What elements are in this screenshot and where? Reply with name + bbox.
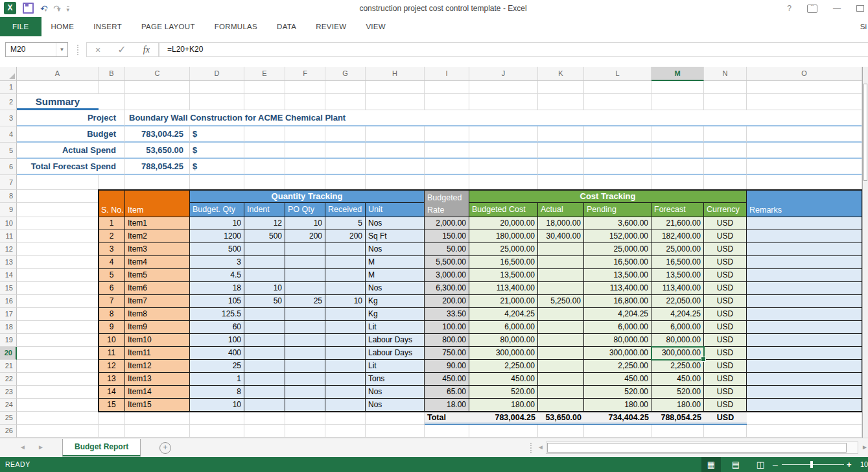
cell-K23[interactable] <box>538 386 584 399</box>
cell-C11[interactable]: Item2 <box>125 230 190 243</box>
cell-M20[interactable]: 300,000.00 <box>651 347 704 360</box>
cell-K7[interactable] <box>538 175 584 190</box>
cell-B12[interactable]: 3 <box>99 243 125 256</box>
cell-I10[interactable]: 2,000.00 <box>425 217 469 230</box>
cell-M19[interactable]: 80,000.00 <box>651 334 704 347</box>
cell-C13[interactable]: Item4 <box>125 256 190 269</box>
cell-F14[interactable] <box>285 269 325 282</box>
cell-O17[interactable] <box>747 308 862 321</box>
cell-O23[interactable] <box>747 386 862 399</box>
cell-F4[interactable] <box>285 126 325 143</box>
cell-M11[interactable]: 182,400.00 <box>651 230 704 243</box>
column-header-G[interactable]: G <box>325 67 366 80</box>
cell-J26[interactable] <box>469 425 538 438</box>
cell-J17[interactable]: 4,204.25 <box>469 308 538 321</box>
row-header-10[interactable]: 10 <box>0 217 17 230</box>
ribbon-display-options-icon[interactable]: ˆ <box>807 5 817 13</box>
cell-I14[interactable]: 3,000.00 <box>425 269 469 282</box>
name-box[interactable]: M20 ▼ <box>5 42 68 57</box>
cell-C15[interactable]: Item6 <box>125 282 190 295</box>
cell-L26[interactable] <box>584 425 651 438</box>
cell-A13[interactable] <box>17 256 99 269</box>
normal-view-icon[interactable]: ▦ <box>701 457 721 472</box>
column-header-J[interactable]: J <box>469 67 538 80</box>
ribbon-tab-view[interactable]: VIEW <box>356 17 395 36</box>
cell-H12[interactable]: Nos <box>366 243 425 256</box>
cell-J19[interactable]: 80,000.00 <box>469 334 538 347</box>
cell-D1[interactable] <box>190 81 244 94</box>
cell-I22[interactable]: 450.00 <box>425 373 469 386</box>
cell-E1[interactable] <box>244 81 285 94</box>
cell-B19[interactable]: 10 <box>99 334 125 347</box>
cell-D10[interactable]: 10 <box>190 217 244 230</box>
cell-I1[interactable] <box>425 81 469 94</box>
cell-K21[interactable] <box>538 360 584 373</box>
cell-N11[interactable]: USD <box>704 230 747 243</box>
cell-G23[interactable] <box>325 386 366 399</box>
cell-G17[interactable] <box>325 308 366 321</box>
cell-E23[interactable] <box>244 386 285 399</box>
cell-E24[interactable] <box>244 399 285 412</box>
cell-C17[interactable]: Item8 <box>125 308 190 321</box>
cell-M23[interactable]: 520.00 <box>651 386 704 399</box>
cell-D25[interactable] <box>190 412 244 425</box>
cell-H4[interactable] <box>366 126 425 143</box>
cell-N26[interactable] <box>704 425 747 438</box>
cell-I5[interactable] <box>425 143 469 159</box>
cell-A26[interactable] <box>17 425 99 438</box>
cell-F12[interactable] <box>285 243 325 256</box>
cell-H10[interactable]: Nos <box>366 217 425 230</box>
cell-N7[interactable] <box>704 175 747 190</box>
name-box-dropdown-icon[interactable]: ▼ <box>56 43 67 56</box>
cell-O14[interactable] <box>747 269 862 282</box>
cell-E19[interactable] <box>244 334 285 347</box>
cell-E18[interactable] <box>244 321 285 334</box>
cell-I4[interactable] <box>425 126 469 143</box>
cell-C14[interactable]: Item5 <box>125 269 190 282</box>
cell-L16[interactable]: 16,800.00 <box>584 295 651 308</box>
cell-L20[interactable]: 300,000.00 <box>584 347 651 360</box>
cell-H25[interactable] <box>366 412 425 425</box>
row-header-22[interactable]: 22 <box>0 373 17 386</box>
cell-N15[interactable]: USD <box>704 282 747 295</box>
row-header-18[interactable]: 18 <box>0 321 17 334</box>
cell-O21[interactable] <box>747 360 862 373</box>
cell-H20[interactable]: Labour Days <box>366 347 425 360</box>
cell-B23[interactable]: 14 <box>99 386 125 399</box>
row-header-17[interactable]: 17 <box>0 308 17 321</box>
cell-K11[interactable]: 30,400.00 <box>538 230 584 243</box>
cell-K15[interactable] <box>538 282 584 295</box>
cell-L15[interactable]: 113,400.00 <box>584 282 651 295</box>
cell-K14[interactable] <box>538 269 584 282</box>
cell-J16[interactable]: 21,000.00 <box>469 295 538 308</box>
cell-B2[interactable] <box>99 94 125 110</box>
cell-O25[interactable] <box>747 412 862 425</box>
cell-O4[interactable] <box>747 126 862 143</box>
cell-L10[interactable]: 3,600.00 <box>584 217 651 230</box>
cell-M7[interactable] <box>651 175 704 190</box>
cell-K12[interactable] <box>538 243 584 256</box>
header-cost-tracking[interactable]: Cost Tracking <box>469 190 747 203</box>
row-header-25[interactable]: 25 <box>0 412 17 425</box>
cell-K10[interactable]: 18,000.00 <box>538 217 584 230</box>
cancel-icon[interactable]: × <box>95 45 100 55</box>
row-header-9[interactable]: 9 <box>0 203 17 217</box>
cell-D20[interactable]: 400 <box>190 347 244 360</box>
cell-I12[interactable]: 50.00 <box>425 243 469 256</box>
cell-H5[interactable] <box>366 143 425 159</box>
cell-A15[interactable] <box>17 282 99 295</box>
page-break-preview-icon[interactable]: ◫ <box>751 457 770 472</box>
cell-H15[interactable]: Nos <box>366 282 425 295</box>
cell-C26[interactable] <box>125 425 190 438</box>
cell-K24[interactable] <box>538 399 584 412</box>
cell-F22[interactable] <box>285 373 325 386</box>
cell-F10[interactable]: 10 <box>285 217 325 230</box>
header-actual[interactable]: Actual <box>538 203 584 217</box>
cell-M4[interactable] <box>651 126 704 143</box>
cell-C7[interactable] <box>125 175 190 190</box>
cell-H21[interactable]: Lit <box>366 360 425 373</box>
cell-J15[interactable]: 113,400.00 <box>469 282 538 295</box>
cell-A1[interactable] <box>17 81 99 94</box>
cell-L2[interactable] <box>584 94 651 110</box>
cell-E4[interactable] <box>244 126 285 143</box>
